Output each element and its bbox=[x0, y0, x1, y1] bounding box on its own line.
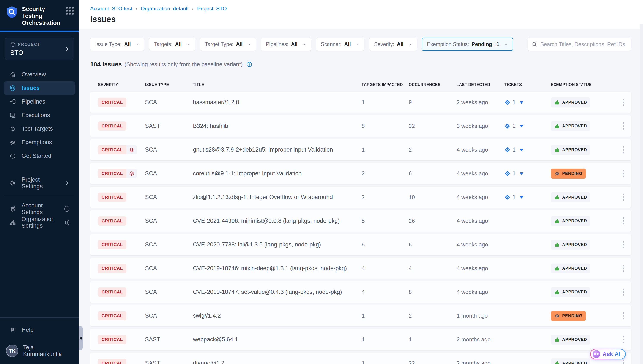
main-area: Account: STO test › Organization: defaul… bbox=[79, 0, 643, 364]
sidebar-item-organization-settings[interactable]: Organization Settings i bbox=[4, 216, 75, 229]
row-menu-button[interactable] bbox=[621, 168, 626, 179]
filter-pipelines[interactable]: Pipelines: All bbox=[261, 38, 311, 51]
ticket-dropdown-caret-icon[interactable] bbox=[520, 148, 523, 151]
issue-type-cell: SCA bbox=[145, 265, 193, 272]
table-row[interactable]: CRITICAL SCA coreutils@9.1-1: Improper I… bbox=[90, 163, 631, 184]
filter-exemption-status[interactable]: Exemption Status: Pending +1 bbox=[422, 38, 513, 51]
thumbs-up-icon bbox=[554, 360, 560, 364]
sidebar-collapse-handle[interactable] bbox=[79, 326, 83, 350]
project-label: PROJECT bbox=[18, 42, 40, 47]
ticket-link[interactable]: 2 bbox=[504, 123, 551, 130]
info-icon[interactable]: i bbox=[65, 220, 70, 225]
row-menu-button[interactable] bbox=[621, 239, 626, 250]
breadcrumb-project[interactable]: Project: STO bbox=[197, 6, 227, 12]
exemption-status-label: APPROVED bbox=[562, 100, 587, 105]
severity-label: CRITICAL bbox=[98, 216, 127, 226]
sidebar-item-overview[interactable]: Overview bbox=[4, 68, 75, 81]
severity-badge: CRITICAL bbox=[98, 145, 137, 154]
issue-type-cell: SCA bbox=[145, 218, 193, 224]
row-menu-button[interactable] bbox=[621, 192, 626, 202]
severity-label: CRITICAL bbox=[98, 240, 127, 249]
table-row[interactable]: CRITICAL SCA CVE-2019-10747: set-value@0… bbox=[90, 282, 631, 303]
table-row[interactable]: CRITICAL SCA CVE-2019-10746: mixin-deep@… bbox=[90, 258, 631, 279]
layers-gear-icon bbox=[10, 206, 16, 212]
sidebar-item-executions[interactable]: Executions bbox=[4, 108, 75, 122]
ticket-link[interactable]: 1 bbox=[504, 170, 551, 177]
table-row[interactable]: CRITICAL SAST webpack@5.64.1 1 1 2 month… bbox=[90, 329, 631, 350]
filter-scanner[interactable]: Scanner: All bbox=[316, 38, 364, 51]
ai-mascot-icon bbox=[592, 350, 600, 358]
filter-severity[interactable]: Severity: All bbox=[369, 38, 417, 51]
row-menu-button[interactable] bbox=[621, 97, 626, 108]
row-menu-button[interactable] bbox=[621, 121, 626, 131]
ticket-link[interactable]: 1 bbox=[504, 99, 551, 106]
sidebar-item-account-settings[interactable]: Account Settings i bbox=[4, 202, 75, 216]
exemption-status-badge: APPROVED bbox=[551, 192, 590, 202]
targets-impacted-cell: 4 bbox=[362, 289, 409, 296]
filter-label: Issue Type: bbox=[95, 41, 122, 47]
table-row[interactable]: CRITICAL SCA CVE-2021-44906: minimist@0.… bbox=[90, 210, 631, 232]
ticket-link[interactable]: 1 bbox=[504, 146, 551, 153]
info-icon[interactable] bbox=[246, 62, 252, 67]
filter-issue-type[interactable]: Issue Type: All bbox=[90, 38, 144, 51]
sidebar-item-help[interactable]: ? Help bbox=[4, 323, 75, 337]
ticket-dropdown-caret-icon[interactable] bbox=[520, 172, 523, 175]
last-detected-cell: 4 weeks ago bbox=[457, 289, 504, 296]
project-selector[interactable]: PROJECT STO bbox=[5, 38, 74, 60]
row-menu-button[interactable] bbox=[621, 144, 626, 155]
avatar: TK bbox=[6, 344, 18, 357]
sidebar-item-project-settings[interactable]: Project Settings bbox=[4, 176, 75, 190]
app-root: Security Testing Orchestration PROJECT S… bbox=[0, 0, 643, 364]
breadcrumb-account[interactable]: Account: STO test bbox=[90, 6, 132, 12]
occurrences-cell: 10 bbox=[409, 194, 457, 200]
table-row[interactable]: CRITICAL SCA gnutls28@3.7.9-2+deb12u5: I… bbox=[90, 139, 631, 160]
table-row[interactable]: CRITICAL SAST django@1.2 1 22 2 months a… bbox=[90, 352, 631, 364]
sidebar-item-label: Organization Settings bbox=[22, 216, 60, 229]
severity-label: CRITICAL bbox=[98, 358, 127, 364]
ask-ai-button[interactable]: Ask AI bbox=[590, 349, 626, 360]
table-row[interactable]: CRITICAL SCA zlib@1:1.2.13.dfsg-1: Integ… bbox=[90, 186, 631, 208]
ticket-dropdown-caret-icon[interactable] bbox=[520, 101, 523, 104]
filter-target-type[interactable]: Target Type: All bbox=[200, 38, 256, 51]
row-menu-button[interactable] bbox=[621, 263, 626, 274]
severity-badge: CRITICAL bbox=[98, 358, 127, 364]
search-input[interactable] bbox=[540, 41, 627, 48]
table-row[interactable]: CRITICAL SCA CVE-2020-7788: ini@1.3.5 (l… bbox=[90, 234, 631, 255]
row-menu-button[interactable] bbox=[621, 287, 626, 297]
occurrences-cell: 22 bbox=[409, 360, 457, 364]
sidebar: Security Testing Orchestration PROJECT S… bbox=[0, 0, 79, 364]
thumbs-up-icon bbox=[554, 194, 560, 200]
sidebar-item-issues[interactable]: Issues bbox=[4, 81, 75, 95]
column-header-occurrences: OCCURRENCES bbox=[409, 82, 453, 87]
breadcrumb: Account: STO test › Organization: defaul… bbox=[90, 6, 643, 12]
table-row[interactable]: CRITICAL SAST B324: hashlib 8 32 3 weeks… bbox=[90, 115, 631, 137]
info-icon[interactable]: i bbox=[64, 206, 70, 212]
filter-label: Exemption Status: bbox=[427, 41, 469, 47]
row-menu-button[interactable] bbox=[621, 334, 626, 345]
sidebar-item-test-targets[interactable]: Test Targets bbox=[4, 122, 75, 136]
app-switcher-grid-icon[interactable] bbox=[66, 7, 74, 15]
filter-targets[interactable]: Targets: All bbox=[149, 38, 195, 51]
get-started-icon bbox=[10, 153, 16, 159]
ticket-dropdown-caret-icon[interactable] bbox=[520, 196, 523, 198]
severity-badge: CRITICAL bbox=[98, 288, 127, 297]
severity-badge: CRITICAL bbox=[98, 216, 127, 226]
row-menu-button[interactable] bbox=[621, 216, 626, 226]
sidebar-item-exemptions[interactable]: Exemptions bbox=[4, 136, 75, 149]
user-profile[interactable]: TK Teja Kummarikuntla bbox=[4, 344, 75, 358]
target-icon bbox=[10, 126, 16, 132]
ticket-dropdown-caret-icon[interactable] bbox=[520, 125, 523, 128]
table-row[interactable]: CRITICAL SCA bassmaster//1.2.0 1 9 2 wee… bbox=[90, 92, 631, 113]
ticket-link[interactable]: 1 bbox=[504, 194, 551, 200]
sidebar-item-label: Exemptions bbox=[22, 139, 52, 146]
table-row[interactable]: CRITICAL SCA swig//1.4.2 1 2 1 month ago… bbox=[90, 305, 631, 326]
last-detected-cell: 4 weeks ago bbox=[457, 194, 504, 200]
sidebar-item-label: Issues bbox=[22, 85, 40, 92]
sidebar-item-get-started[interactable]: Get Started bbox=[4, 149, 75, 163]
row-menu-button[interactable] bbox=[621, 310, 626, 321]
sidebar-item-pipelines[interactable]: Pipelines bbox=[4, 95, 75, 108]
scrollbar-track[interactable] bbox=[640, 24, 643, 364]
breadcrumb-organization[interactable]: Organization: default bbox=[141, 6, 188, 12]
sidebar-header: Security Testing Orchestration bbox=[0, 0, 79, 30]
exemption-status-badge: APPROVED bbox=[551, 98, 590, 108]
